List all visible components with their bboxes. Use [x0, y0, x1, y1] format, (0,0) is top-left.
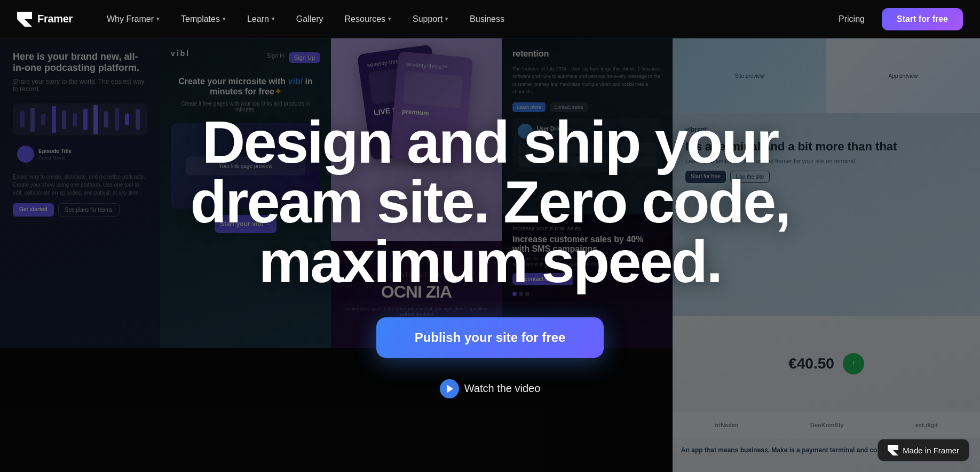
- watch-video-label: Watch the video: [464, 382, 541, 395]
- nav-item-learn[interactable]: Learn ▾: [239, 10, 283, 28]
- watch-video-link[interactable]: Watch the video: [440, 379, 541, 398]
- nav-item-business[interactable]: Business: [461, 10, 513, 28]
- nav-item-support[interactable]: Support ▾: [404, 10, 457, 28]
- chevron-down-icon: ▾: [223, 15, 226, 22]
- nav-start-free-button[interactable]: Start for free: [882, 8, 963, 30]
- nav-item-gallery[interactable]: Gallery: [288, 10, 332, 28]
- framer-logo-icon: [17, 12, 32, 27]
- hero-content: Design and ship your dream site. Zero co…: [0, 38, 980, 472]
- nav-item-why-framer[interactable]: Why Framer ▾: [98, 10, 168, 28]
- hero-headline: Design and ship your dream site. Zero co…: [116, 113, 864, 292]
- nav-logo-text: Framer: [37, 13, 73, 25]
- chevron-down-icon: ▾: [445, 15, 448, 22]
- made-in-framer-badge[interactable]: Made in Framer: [878, 439, 969, 461]
- chevron-down-icon: ▾: [388, 15, 391, 22]
- publish-site-button[interactable]: Publish your site for free: [376, 317, 604, 358]
- navbar: Framer Why Framer ▾ Templates ▾ Learn ▾ …: [0, 0, 980, 38]
- chevron-down-icon: ▾: [156, 15, 160, 22]
- nav-item-resources[interactable]: Resources ▾: [336, 10, 400, 28]
- nav-right: Pricing Start for free: [830, 8, 963, 30]
- nav-item-templates[interactable]: Templates ▾: [172, 10, 234, 28]
- chevron-down-icon: ▾: [272, 15, 275, 22]
- nav-pricing-link[interactable]: Pricing: [830, 10, 873, 28]
- nav-items: Why Framer ▾ Templates ▾ Learn ▾ Gallery…: [98, 10, 830, 28]
- framer-badge-icon: [888, 445, 898, 455]
- play-icon: [440, 379, 459, 398]
- made-in-badge-label: Made in Framer: [903, 446, 959, 455]
- play-triangle: [447, 385, 453, 393]
- nav-logo[interactable]: Framer: [17, 12, 73, 27]
